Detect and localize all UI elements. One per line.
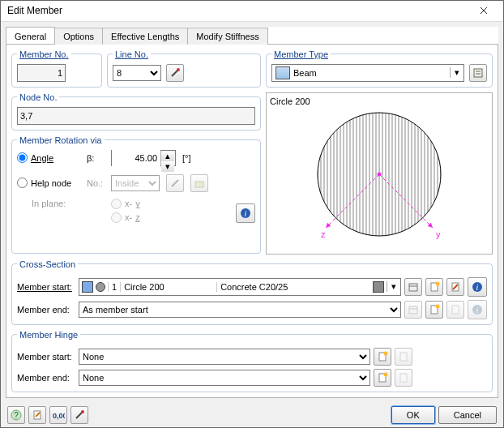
svg-rect-37 (400, 374, 407, 382)
svg-point-20 (436, 281, 440, 285)
tab-panel-general: Member No. Line No. 8 Member Type (6, 45, 498, 398)
line-no-group: Line No. 8 (107, 49, 261, 88)
folder-icon (194, 178, 205, 189)
window-title: Edit Member (7, 5, 471, 16)
titlebar: Edit Member (1, 1, 503, 22)
pick-icon (169, 178, 181, 189)
units-icon: 0,00 (52, 409, 65, 421)
rotation-angle-unit: [°] (182, 153, 191, 163)
hinge-end-select[interactable]: None (79, 370, 370, 386)
svg-point-36 (384, 372, 388, 376)
rotation-info-button[interactable]: i (236, 203, 255, 223)
line-no-select[interactable]: 8 (113, 65, 161, 81)
rotation-angle-value[interactable] (112, 150, 160, 166)
help-button[interactable]: ? (7, 406, 25, 424)
cs-end-select[interactable]: As member start (79, 302, 401, 318)
close-button[interactable] (471, 2, 497, 19)
cs-end-info-button: i (468, 300, 487, 319)
member-rotation-legend: Member Rotation via (19, 135, 102, 145)
rotation-angle-radio[interactable]: Angle (17, 152, 80, 163)
pick-icon (74, 409, 85, 421)
member-no-legend: Member No. (19, 49, 69, 59)
hinge-start-select[interactable]: None (79, 349, 370, 365)
cross-section-legend: Cross-Section (19, 259, 75, 269)
tab-modify-stiffness[interactable]: Modify Stiffness (187, 28, 267, 45)
rotation-angle-symbol: β: (87, 153, 105, 163)
cs-end-edit-button (446, 301, 464, 319)
cs-start-name: Circle 200 (120, 282, 216, 292)
member-no-field (17, 64, 66, 82)
svg-line-7 (172, 180, 178, 186)
axis-z-label: z (321, 229, 326, 239)
cs-start-edit-button[interactable] (446, 278, 464, 296)
cancel-button[interactable]: Cancel (438, 406, 497, 424)
spin-down[interactable]: ▾ (161, 161, 174, 172)
ok-button[interactable]: OK (391, 406, 435, 424)
member-type-group: Member Type Beam ▾ (266, 49, 493, 88)
svg-text:i: i (476, 306, 479, 315)
line-no-legend: Line No. (115, 49, 148, 59)
info-icon: i (240, 208, 251, 219)
new-icon (429, 304, 440, 315)
svg-point-3 (177, 68, 180, 71)
cs-end-label: Member end: (17, 305, 70, 315)
cs-start-select[interactable]: 1 Circle 200 Concrete C20/25 ▾ (79, 278, 401, 296)
svg-rect-4 (474, 69, 482, 77)
cs-end-new-button[interactable] (425, 301, 443, 319)
hinge-end-new-button[interactable] (374, 369, 391, 387)
cross-section-group: Cross-Section Member start: 1 Circle 200… (11, 259, 493, 325)
spin-up[interactable]: ▴ (161, 151, 174, 161)
helpnode-pick-button (166, 174, 184, 192)
cs-start-index: 1 (108, 282, 120, 292)
hinge-start-new-button[interactable] (374, 348, 391, 366)
tab-options[interactable]: Options (54, 28, 103, 45)
axis-y-label: y (436, 229, 441, 239)
node-no-legend: Node No. (19, 92, 57, 102)
svg-rect-8 (195, 182, 203, 187)
svg-rect-17 (409, 284, 417, 291)
tab-general[interactable]: General (6, 27, 55, 44)
svg-text:0,00: 0,00 (53, 412, 65, 420)
section-shape-icon (96, 282, 105, 292)
member-type-settings-button[interactable] (469, 64, 487, 82)
cs-start-material: Concrete C20/25 (216, 282, 370, 292)
pick-icon (169, 67, 181, 79)
svg-point-33 (384, 351, 388, 355)
settings-icon (472, 67, 484, 79)
cs-start-library-button[interactable] (404, 278, 422, 296)
new-icon (377, 372, 388, 383)
tab-bar: General Options Effective Lengths Modify… (6, 27, 498, 45)
hinge-end-edit-button (395, 369, 412, 387)
svg-point-28 (436, 304, 440, 308)
cs-start-new-button[interactable] (425, 278, 443, 296)
cs-end-library-button[interactable] (404, 301, 422, 319)
svg-rect-29 (452, 306, 459, 314)
cs-start-info-button[interactable]: i (468, 277, 487, 297)
new-icon (429, 281, 440, 293)
edit-member-window: Edit Member General Options Effective Le… (0, 0, 504, 428)
tab-effective-lengths[interactable]: Effective Lengths (102, 28, 188, 45)
units-button[interactable]: 0,00 (49, 406, 67, 424)
help-icon: ? (11, 409, 22, 421)
member-hinge-group: Member Hinge Member start: None Member e… (11, 330, 493, 392)
material-color-swatch (82, 281, 93, 293)
rotation-angle-spinner[interactable]: ▴▾ (111, 150, 176, 166)
pick-button[interactable] (70, 406, 88, 424)
rotation-helpnode-radio[interactable]: Help node (17, 178, 80, 188)
member-hinge-legend: Member Hinge (19, 330, 78, 340)
hinge-end-label: Member end: (17, 373, 70, 383)
close-icon (480, 6, 488, 15)
helpnode-select: Inside (111, 175, 160, 191)
svg-rect-25 (409, 306, 417, 314)
edit-icon (450, 281, 461, 293)
svg-text:?: ? (14, 411, 19, 420)
cs-start-label: Member start: (17, 282, 72, 292)
note-button[interactable] (28, 406, 46, 424)
member-type-dropdown[interactable]: ▾ (450, 67, 463, 78)
note-icon (32, 409, 43, 421)
preview-title: Circle 200 (270, 96, 489, 106)
plane-xz-radio: x-z (111, 212, 140, 223)
section-preview-svg: z y (270, 106, 489, 250)
pick-line-button[interactable] (166, 64, 184, 82)
hinge-start-label: Member start: (17, 352, 72, 362)
